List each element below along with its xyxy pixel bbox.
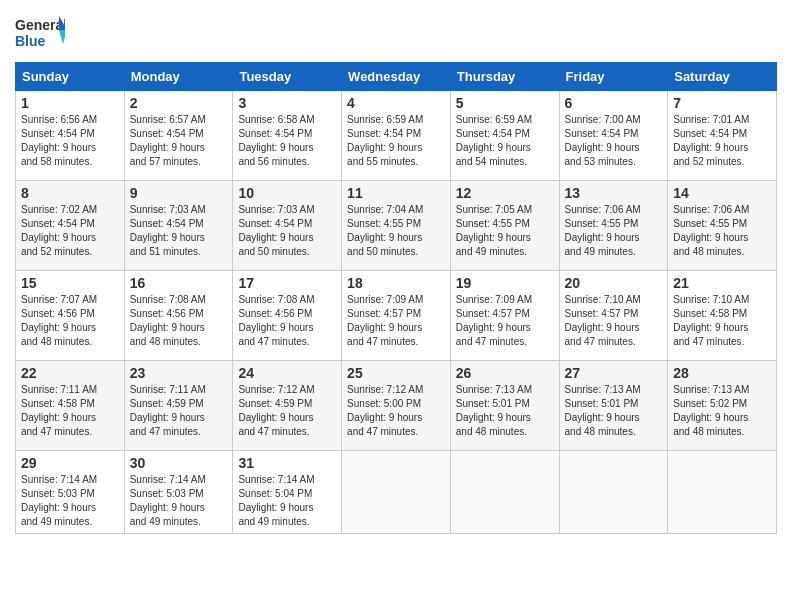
day-number: 5 [456,95,554,111]
calendar-cell: 2Sunrise: 6:57 AM Sunset: 4:54 PM Daylig… [124,91,233,181]
calendar-cell: 5Sunrise: 6:59 AM Sunset: 4:54 PM Daylig… [450,91,559,181]
calendar-cell: 19Sunrise: 7:09 AM Sunset: 4:57 PM Dayli… [450,271,559,361]
calendar-cell: 6Sunrise: 7:00 AM Sunset: 4:54 PM Daylig… [559,91,668,181]
day-number: 10 [238,185,336,201]
calendar-cell: 3Sunrise: 6:58 AM Sunset: 4:54 PM Daylig… [233,91,342,181]
logo: General Blue [15,14,65,54]
calendar-cell: 15Sunrise: 7:07 AM Sunset: 4:56 PM Dayli… [16,271,125,361]
day-number: 21 [673,275,771,291]
calendar-cell: 26Sunrise: 7:13 AM Sunset: 5:01 PM Dayli… [450,361,559,451]
day-info: Sunrise: 6:58 AM Sunset: 4:54 PM Dayligh… [238,113,336,169]
calendar-cell: 13Sunrise: 7:06 AM Sunset: 4:55 PM Dayli… [559,181,668,271]
weekday-header: Tuesday [233,63,342,91]
day-number: 3 [238,95,336,111]
calendar-cell: 7Sunrise: 7:01 AM Sunset: 4:54 PM Daylig… [668,91,777,181]
day-info: Sunrise: 7:09 AM Sunset: 4:57 PM Dayligh… [456,293,554,349]
day-number: 26 [456,365,554,381]
day-info: Sunrise: 7:14 AM Sunset: 5:03 PM Dayligh… [130,473,228,529]
calendar-cell: 20Sunrise: 7:10 AM Sunset: 4:57 PM Dayli… [559,271,668,361]
day-number: 11 [347,185,445,201]
calendar-cell: 25Sunrise: 7:12 AM Sunset: 5:00 PM Dayli… [342,361,451,451]
day-info: Sunrise: 7:09 AM Sunset: 4:57 PM Dayligh… [347,293,445,349]
day-number: 8 [21,185,119,201]
svg-text:Blue: Blue [15,33,46,49]
calendar-cell: 23Sunrise: 7:11 AM Sunset: 4:59 PM Dayli… [124,361,233,451]
calendar-cell: 29Sunrise: 7:14 AM Sunset: 5:03 PM Dayli… [16,451,125,534]
day-number: 17 [238,275,336,291]
day-info: Sunrise: 7:14 AM Sunset: 5:04 PM Dayligh… [238,473,336,529]
day-info: Sunrise: 7:14 AM Sunset: 5:03 PM Dayligh… [21,473,119,529]
day-info: Sunrise: 7:08 AM Sunset: 4:56 PM Dayligh… [238,293,336,349]
calendar-cell [668,451,777,534]
day-number: 19 [456,275,554,291]
day-number: 18 [347,275,445,291]
calendar-table: SundayMondayTuesdayWednesdayThursdayFrid… [15,62,777,534]
day-info: Sunrise: 7:06 AM Sunset: 4:55 PM Dayligh… [565,203,663,259]
calendar-cell: 22Sunrise: 7:11 AM Sunset: 4:58 PM Dayli… [16,361,125,451]
day-number: 1 [21,95,119,111]
calendar-cell: 18Sunrise: 7:09 AM Sunset: 4:57 PM Dayli… [342,271,451,361]
day-info: Sunrise: 7:04 AM Sunset: 4:55 PM Dayligh… [347,203,445,259]
day-info: Sunrise: 7:03 AM Sunset: 4:54 PM Dayligh… [130,203,228,259]
day-info: Sunrise: 7:11 AM Sunset: 4:58 PM Dayligh… [21,383,119,439]
day-number: 22 [21,365,119,381]
weekday-header: Wednesday [342,63,451,91]
calendar-cell [559,451,668,534]
logo-svg: General Blue [15,14,65,54]
day-info: Sunrise: 7:12 AM Sunset: 5:00 PM Dayligh… [347,383,445,439]
calendar-cell: 8Sunrise: 7:02 AM Sunset: 4:54 PM Daylig… [16,181,125,271]
day-number: 30 [130,455,228,471]
day-info: Sunrise: 7:08 AM Sunset: 4:56 PM Dayligh… [130,293,228,349]
weekday-header: Friday [559,63,668,91]
weekday-header: Sunday [16,63,125,91]
calendar-cell: 11Sunrise: 7:04 AM Sunset: 4:55 PM Dayli… [342,181,451,271]
calendar-cell: 9Sunrise: 7:03 AM Sunset: 4:54 PM Daylig… [124,181,233,271]
day-info: Sunrise: 7:02 AM Sunset: 4:54 PM Dayligh… [21,203,119,259]
weekday-header: Saturday [668,63,777,91]
day-number: 14 [673,185,771,201]
day-number: 29 [21,455,119,471]
calendar-cell: 21Sunrise: 7:10 AM Sunset: 4:58 PM Dayli… [668,271,777,361]
day-info: Sunrise: 7:13 AM Sunset: 5:02 PM Dayligh… [673,383,771,439]
day-number: 16 [130,275,228,291]
calendar-cell: 31Sunrise: 7:14 AM Sunset: 5:04 PM Dayli… [233,451,342,534]
day-info: Sunrise: 7:12 AM Sunset: 4:59 PM Dayligh… [238,383,336,439]
weekday-header: Monday [124,63,233,91]
calendar-cell: 4Sunrise: 6:59 AM Sunset: 4:54 PM Daylig… [342,91,451,181]
day-info: Sunrise: 7:07 AM Sunset: 4:56 PM Dayligh… [21,293,119,349]
day-info: Sunrise: 7:06 AM Sunset: 4:55 PM Dayligh… [673,203,771,259]
day-number: 12 [456,185,554,201]
day-info: Sunrise: 7:05 AM Sunset: 4:55 PM Dayligh… [456,203,554,259]
calendar-cell: 28Sunrise: 7:13 AM Sunset: 5:02 PM Dayli… [668,361,777,451]
day-info: Sunrise: 6:59 AM Sunset: 4:54 PM Dayligh… [347,113,445,169]
day-info: Sunrise: 7:00 AM Sunset: 4:54 PM Dayligh… [565,113,663,169]
day-number: 4 [347,95,445,111]
day-number: 15 [21,275,119,291]
svg-text:General: General [15,17,65,33]
day-info: Sunrise: 7:03 AM Sunset: 4:54 PM Dayligh… [238,203,336,259]
calendar-cell: 16Sunrise: 7:08 AM Sunset: 4:56 PM Dayli… [124,271,233,361]
header-row: SundayMondayTuesdayWednesdayThursdayFrid… [16,63,777,91]
calendar-cell: 14Sunrise: 7:06 AM Sunset: 4:55 PM Dayli… [668,181,777,271]
day-number: 25 [347,365,445,381]
calendar-cell: 17Sunrise: 7:08 AM Sunset: 4:56 PM Dayli… [233,271,342,361]
day-number: 6 [565,95,663,111]
svg-marker-3 [59,30,65,44]
day-info: Sunrise: 6:59 AM Sunset: 4:54 PM Dayligh… [456,113,554,169]
day-number: 9 [130,185,228,201]
day-number: 7 [673,95,771,111]
calendar-cell [342,451,451,534]
calendar-cell: 12Sunrise: 7:05 AM Sunset: 4:55 PM Dayli… [450,181,559,271]
day-number: 24 [238,365,336,381]
day-number: 27 [565,365,663,381]
day-info: Sunrise: 7:01 AM Sunset: 4:54 PM Dayligh… [673,113,771,169]
day-info: Sunrise: 6:56 AM Sunset: 4:54 PM Dayligh… [21,113,119,169]
calendar-cell: 1Sunrise: 6:56 AM Sunset: 4:54 PM Daylig… [16,91,125,181]
day-number: 13 [565,185,663,201]
day-info: Sunrise: 6:57 AM Sunset: 4:54 PM Dayligh… [130,113,228,169]
day-info: Sunrise: 7:10 AM Sunset: 4:57 PM Dayligh… [565,293,663,349]
day-info: Sunrise: 7:13 AM Sunset: 5:01 PM Dayligh… [456,383,554,439]
day-number: 23 [130,365,228,381]
calendar-cell: 27Sunrise: 7:13 AM Sunset: 5:01 PM Dayli… [559,361,668,451]
calendar-cell: 24Sunrise: 7:12 AM Sunset: 4:59 PM Dayli… [233,361,342,451]
